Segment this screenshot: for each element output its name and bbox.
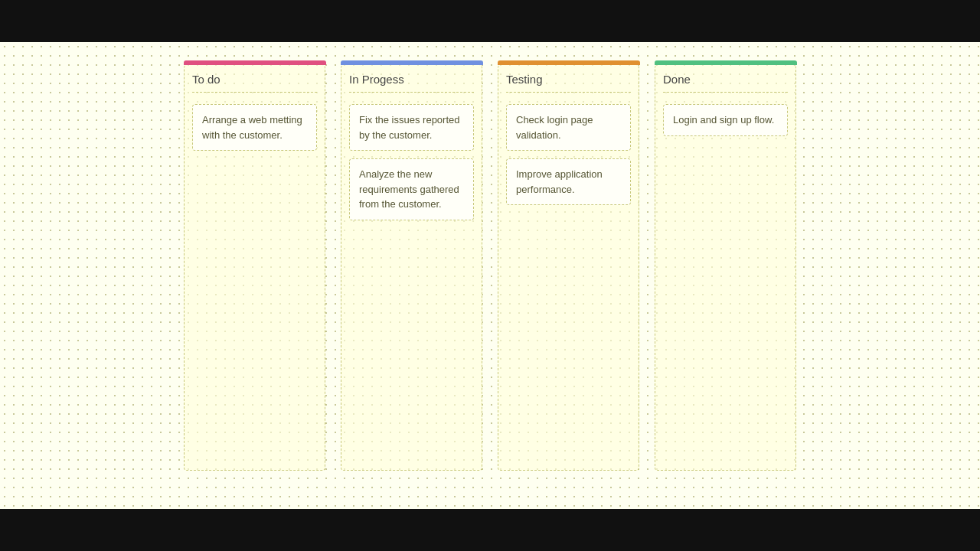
kanban-board: To doArrange a web metting with the cust… <box>0 42 980 509</box>
top-bar <box>0 0 980 42</box>
column-header-done <box>655 60 797 65</box>
card-inprogress-1[interactable]: Analyze the new requirements gathered fr… <box>349 158 474 220</box>
card-done-0[interactable]: Login and sign up flow. <box>663 104 788 136</box>
column-header-todo <box>184 60 326 65</box>
column-header-testing <box>498 60 640 65</box>
card-todo-0[interactable]: Arrange a web metting with the customer. <box>192 104 317 151</box>
card-inprogress-0[interactable]: Fix the issues reported by the customer. <box>349 104 474 151</box>
card-testing-0[interactable]: Check login page validation. <box>506 104 631 151</box>
column-todo: To doArrange a web metting with the cust… <box>184 65 325 471</box>
bottom-bar <box>0 509 980 551</box>
column-testing: TestingCheck login page validation.Impro… <box>498 65 639 471</box>
column-title-done: Done <box>663 73 788 93</box>
column-header-inprogress <box>341 60 483 65</box>
column-title-testing: Testing <box>506 73 631 93</box>
card-testing-1[interactable]: Improve application performance. <box>506 158 631 205</box>
column-title-inprogress: In Progess <box>349 73 474 93</box>
column-inprogress: In ProgessFix the issues reported by the… <box>341 65 482 471</box>
column-title-todo: To do <box>192 73 317 93</box>
column-done: DoneLogin and sign up flow. <box>655 65 796 471</box>
